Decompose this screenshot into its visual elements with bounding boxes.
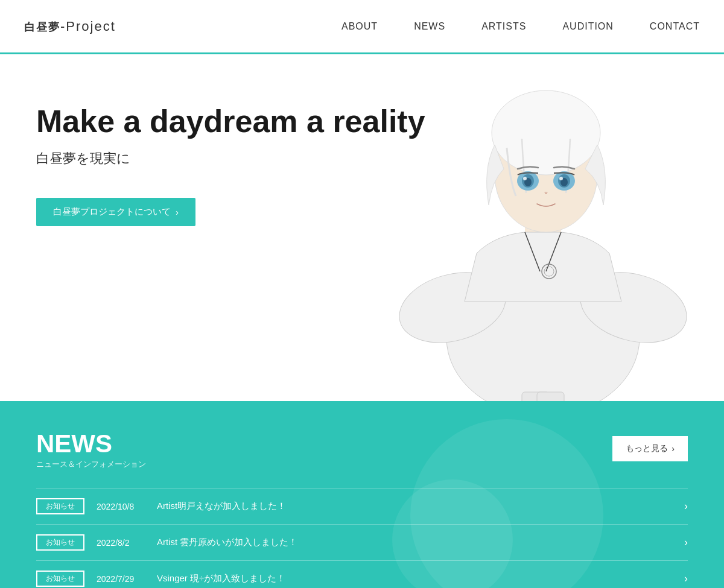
logo-kanji: 白昼夢 <box>24 21 60 33</box>
news-date: 2022/8/2 <box>97 538 145 548</box>
nav-audition[interactable]: AUDITION <box>562 21 613 32</box>
news-item-text: Vsinger 現÷が加入致しました！ <box>157 573 684 584</box>
news-item-arrow: › <box>684 500 688 513</box>
news-subtitle-text: ニュース＆インフォメーション <box>36 459 146 470</box>
news-date: 2022/10/8 <box>97 502 145 511</box>
news-item-text: Artist 雲丹原めいが加入しました！ <box>157 537 684 548</box>
news-list-item[interactable]: お知らせ 2022/10/8 Artist明戸えなが加入しました！ › <box>36 488 688 524</box>
svg-point-18 <box>559 177 563 180</box>
news-date: 2022/7/29 <box>97 574 145 584</box>
news-list-item[interactable]: お知らせ 2022/8/2 Artist 雲丹原めいが加入しました！ › <box>36 524 688 560</box>
main-nav: ABOUT NEWS ARTISTS AUDITION CONTACT <box>341 21 700 32</box>
hero-cta-arrow: › <box>176 207 179 217</box>
news-tag: お知らせ <box>36 534 84 551</box>
news-item-text: Artist明戸えなが加入しました！ <box>157 501 684 512</box>
hero-title: Make a daydream a reality <box>36 103 425 140</box>
news-item-arrow: › <box>684 572 688 585</box>
logo-text: -Project <box>60 19 116 34</box>
hero-cta-button[interactable]: 白昼夢プロジェクトについて › <box>36 198 195 226</box>
hero-section: Make a daydream a reality 白昼夢を現実に 白昼夢プロジ… <box>0 54 724 401</box>
news-tag: お知らせ <box>36 571 84 587</box>
svg-point-17 <box>523 177 527 180</box>
nav-about[interactable]: ABOUT <box>341 21 378 32</box>
nav-contact[interactable]: CONTACT <box>650 21 700 32</box>
hero-content: Make a daydream a reality 白昼夢を現実に 白昼夢プロジ… <box>36 103 425 226</box>
hero-cta-label: 白昼夢プロジェクトについて <box>53 206 171 218</box>
news-item-arrow: › <box>684 536 688 549</box>
news-section: NEWS ニュース＆インフォメーション もっと見る › お知らせ 2022/10… <box>0 401 724 588</box>
news-more-label: もっと見る <box>626 443 668 454</box>
nav-artists[interactable]: ARTISTS <box>481 21 526 32</box>
news-list-item[interactable]: お知らせ 2022/7/29 Vsinger 現÷が加入致しました！ › <box>36 560 688 588</box>
nav-news[interactable]: NEWS <box>414 21 445 32</box>
news-more-arrow: › <box>672 444 675 454</box>
site-logo[interactable]: 白昼夢-Project <box>24 19 116 34</box>
news-list: お知らせ 2022/10/8 Artist明戸えなが加入しました！ › お知らせ… <box>36 488 688 588</box>
news-title: NEWS <box>36 431 146 457</box>
site-header: 白昼夢-Project ABOUT NEWS ARTISTS AUDITION … <box>0 0 724 54</box>
hero-subtitle: 白昼夢を現実に <box>36 150 425 168</box>
news-more-button[interactable]: もっと見る › <box>612 436 688 461</box>
news-header: NEWS ニュース＆インフォメーション もっと見る › <box>36 431 688 470</box>
svg-rect-20 <box>537 392 564 401</box>
news-title-block: NEWS ニュース＆インフォメーション <box>36 431 146 470</box>
news-tag: お知らせ <box>36 498 84 514</box>
